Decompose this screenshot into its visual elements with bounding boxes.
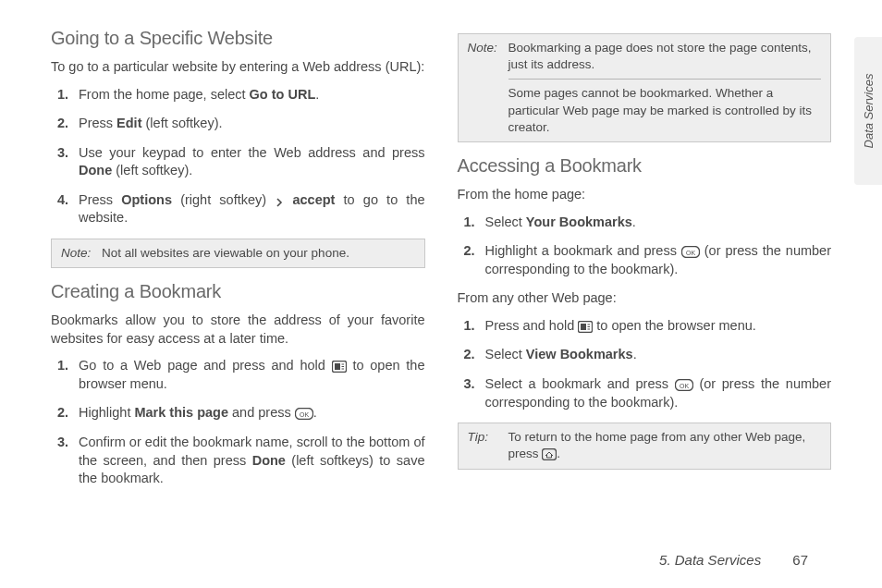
ok-key-icon: OK — [681, 246, 700, 258]
side-tab: Data Services — [854, 37, 882, 185]
tip-box: Tip: To return to the home page from any… — [458, 423, 832, 469]
right-column: Note: Bookmarking a page does not store … — [458, 28, 832, 499]
steps-access-from-home: Select Your Bookmarks. Highlight a bookm… — [458, 214, 832, 279]
note-box: Note: Not all websites are viewable on y… — [51, 239, 425, 268]
ok-key-icon: OK — [295, 408, 313, 420]
note-box: Note: Bookmarking a page does not store … — [458, 33, 832, 142]
list-item: Highlight a bookmark and press OK (or pr… — [458, 242, 832, 278]
footer-chapter: 5. Data Services — [659, 552, 761, 568]
home-key-icon — [542, 448, 557, 460]
list-item: Select View Bookmarks. — [458, 346, 832, 364]
tip-body: To return to the home page from any othe… — [508, 429, 822, 462]
list-item: Confirm or edit the bookmark name, scrol… — [51, 434, 425, 488]
menu-key-icon — [578, 321, 593, 333]
note-label: Note: — [468, 40, 501, 136]
list-item: Select a bookmark and press OK (or press… — [458, 375, 832, 411]
list-item: Go to a Web page and press and hold to o… — [51, 357, 425, 393]
list-item: Highlight Mark this page and press OK. — [51, 404, 425, 423]
list-item: Use your keypad to enter the Web address… — [51, 144, 425, 180]
page-footer: 5. Data Services 67 — [659, 552, 808, 568]
svg-rect-16 — [543, 449, 557, 460]
intro-text: To go to a particular website by enterin… — [51, 58, 425, 77]
note-body: Bookmarking a page does not store the pa… — [508, 40, 822, 136]
steps-access-from-other: Press and hold to open the browser menu.… — [458, 317, 832, 411]
left-column: Going to a Specific Website To go to a p… — [51, 28, 425, 499]
list-item: Press Options (right softkey) accept to … — [51, 191, 425, 227]
note-divider — [508, 79, 822, 80]
heading-going-to-website: Going to a Specific Website — [51, 28, 425, 49]
note-body: Not all websites are viewable on your ph… — [102, 245, 415, 262]
ok-key-icon: OK — [675, 379, 693, 391]
svg-text:OK: OK — [686, 250, 695, 256]
list-item: Select Your Bookmarks. — [458, 214, 832, 232]
steps-create-bookmark: Go to a Web page and press and hold to o… — [51, 357, 425, 487]
from-other-text: From any other Web page: — [458, 289, 832, 308]
list-item: From the home page, select Go to URL. — [51, 86, 425, 104]
footer-page-number: 67 — [792, 552, 808, 568]
chevron-right-icon — [275, 198, 284, 207]
side-tab-label: Data Services — [862, 74, 876, 149]
steps-go-to-url: From the home page, select Go to URL. Pr… — [51, 86, 425, 227]
svg-rect-10 — [581, 324, 586, 330]
svg-text:OK: OK — [680, 383, 689, 389]
list-item: Press and hold to open the browser menu. — [458, 317, 832, 336]
page-content: Going to a Specific Website To go to a p… — [0, 0, 882, 518]
tip-label: Tip: — [468, 429, 501, 462]
heading-creating-bookmark: Creating a Bookmark — [51, 281, 425, 302]
bookmark-intro: Bookmarks allow you to store the address… — [51, 312, 425, 348]
menu-key-icon — [332, 361, 347, 373]
heading-accessing-bookmark: Accessing a Bookmark — [458, 155, 832, 177]
svg-text:OK: OK — [300, 411, 309, 418]
svg-rect-1 — [335, 363, 340, 370]
list-item: Press Edit (left softkey). — [51, 115, 425, 133]
note-label: Note: — [61, 245, 94, 262]
from-home-text: From the home page: — [458, 186, 832, 204]
